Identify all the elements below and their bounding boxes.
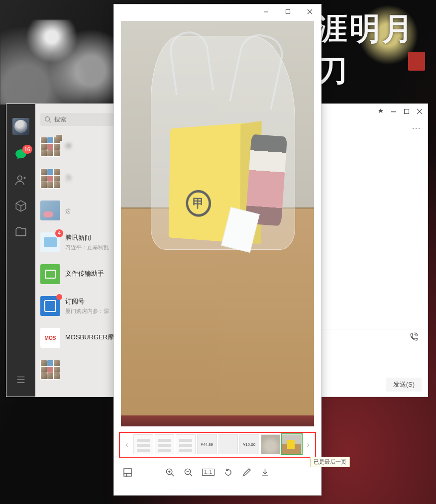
conversation-avatar: MOS	[40, 328, 60, 348]
send-button[interactable]: 发送(S)	[386, 378, 422, 392]
zoom-in-icon[interactable]	[165, 468, 175, 477]
thumbnail[interactable]	[261, 434, 281, 454]
wallpaper-title: 涯明月刀	[317, 20, 426, 80]
sidebar-files[interactable]	[14, 225, 27, 238]
edit-icon[interactable]	[242, 468, 251, 477]
chat-input-area: 发送(S)	[319, 329, 428, 397]
conversation-avatar	[40, 137, 60, 157]
svg-rect-6	[124, 468, 131, 476]
zoom-out-icon[interactable]	[184, 468, 193, 477]
sidebar-menu[interactable]	[15, 374, 26, 387]
chat-window: ⋯ 发送(S)	[319, 103, 428, 397]
svg-rect-1	[405, 109, 409, 114]
chat-more-button[interactable]: ⋯	[319, 119, 428, 137]
viewer-maximize-button[interactable]	[278, 5, 297, 18]
voice-call-icon[interactable]	[409, 332, 419, 344]
thumbs-prev-button[interactable]: ‹	[122, 440, 132, 449]
thumbnail-frame: ‹ › 已是最后一页	[119, 432, 316, 458]
thumbnail[interactable]	[282, 434, 302, 454]
conversation-avatar	[40, 201, 60, 220]
svg-rect-0	[391, 111, 396, 112]
viewer-photo[interactable]	[121, 21, 314, 426]
thumbnail[interactable]	[176, 434, 196, 454]
actual-size-button[interactable]: 1:1	[202, 469, 215, 476]
wechat-sidebar: 16	[6, 104, 35, 397]
chat-body	[319, 137, 428, 329]
image-viewer-window: ‹ › 已是最后一页 1:1	[113, 4, 322, 496]
thumbnail[interactable]	[155, 434, 175, 454]
conversation-avatar	[40, 360, 60, 380]
sidebar-chats[interactable]: 16	[14, 148, 27, 161]
thumbs-next-button[interactable]: ›	[303, 440, 313, 449]
viewer-close-button[interactable]	[300, 5, 319, 18]
viewer-minimize-button[interactable]	[256, 5, 275, 18]
close-icon[interactable]	[417, 108, 423, 114]
chats-badge: 16	[22, 145, 32, 154]
svg-point-2	[18, 176, 22, 180]
chat-titlebar	[319, 104, 428, 119]
conversation-avatar	[40, 169, 60, 189]
viewer-toolbar: 1:1	[114, 460, 321, 484]
svg-point-3	[45, 117, 50, 121]
last-page-tooltip: 已是最后一页	[310, 457, 350, 467]
viewer-main	[114, 18, 321, 429]
thumbnail-strip: ‹ › 已是最后一页	[114, 429, 321, 460]
svg-rect-5	[286, 9, 290, 13]
download-icon[interactable]	[260, 468, 270, 477]
maximize-icon[interactable]	[404, 108, 410, 114]
rotate-icon[interactable]	[223, 468, 233, 477]
conversation-avatar	[40, 296, 60, 316]
conversation-avatar	[40, 264, 60, 284]
thumbnail[interactable]	[239, 434, 259, 454]
self-avatar[interactable]	[12, 118, 29, 135]
wallpaper-seal	[408, 52, 425, 71]
conversation-avatar: 4	[40, 232, 60, 252]
minimize-icon[interactable]	[391, 108, 397, 114]
pin-icon[interactable]	[378, 108, 384, 114]
thumbnail[interactable]	[218, 434, 238, 454]
thumbnail[interactable]	[133, 434, 153, 454]
grid-view-icon[interactable]	[123, 468, 132, 477]
sidebar-contacts[interactable]	[14, 174, 27, 187]
svg-rect-4	[263, 11, 268, 12]
thumbnail[interactable]	[197, 434, 217, 454]
sidebar-collections[interactable]	[14, 200, 27, 212]
viewer-titlebar	[114, 4, 321, 18]
